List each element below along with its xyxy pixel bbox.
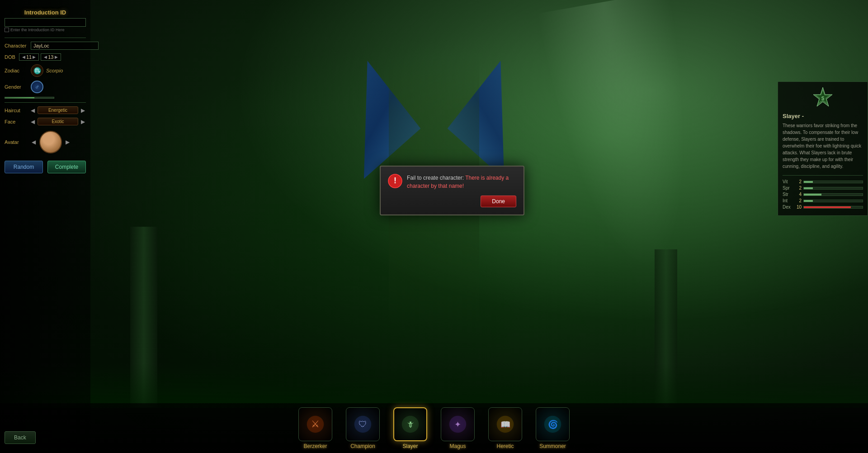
- error-content: ! Fail to create character: There is alr…: [388, 174, 516, 190]
- error-dialog: ! Fail to create character: There is alr…: [380, 166, 524, 215]
- svg-text:!: !: [394, 176, 396, 185]
- error-message: Fail to create character: There is alrea…: [407, 174, 516, 190]
- error-msg-normal: Fail to create character:: [407, 175, 465, 181]
- error-overlay: ! Fail to create character: There is alr…: [0, 0, 868, 453]
- done-button[interactable]: Done: [481, 196, 516, 207]
- error-icon: !: [388, 174, 402, 188]
